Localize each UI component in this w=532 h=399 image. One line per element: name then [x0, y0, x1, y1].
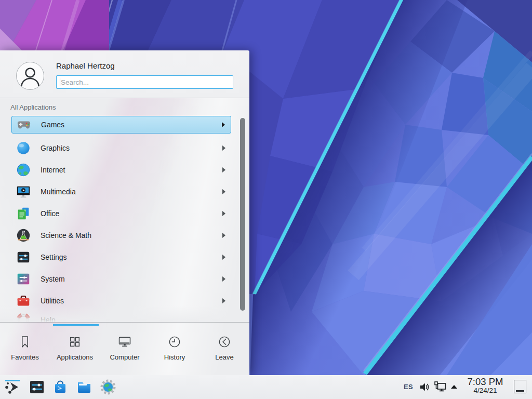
user-avatar	[16, 62, 44, 90]
clock-date: 4/24/21	[462, 387, 508, 395]
category-office[interactable]: Office	[11, 204, 231, 223]
discover-button[interactable]	[52, 379, 69, 395]
system-settings-icon	[29, 379, 45, 395]
show-desktop-button[interactable]	[514, 380, 526, 393]
category-help[interactable]: Help	[11, 311, 231, 322]
submenu-arrow-icon	[222, 255, 225, 260]
history-clock-icon	[167, 335, 182, 349]
tab-label: Computer	[110, 353, 139, 361]
search-input[interactable]	[57, 76, 233, 88]
tab-label: Applications	[57, 353, 93, 361]
category-multimedia[interactable]: Multimedia	[11, 182, 231, 201]
flask-icon	[16, 228, 31, 243]
taskbar: ES 7:03 PM 4/24/21	[0, 375, 532, 399]
tab-computer[interactable]: Computer	[100, 326, 150, 375]
section-label: All Applications	[10, 103, 56, 111]
tab-leave[interactable]: Leave	[200, 326, 249, 375]
system-settings-button[interactable]	[29, 379, 45, 395]
submenu-arrow-icon	[222, 276, 225, 282]
network-icon[interactable]	[434, 381, 447, 393]
category-system[interactable]: System	[11, 270, 231, 288]
tab-applications[interactable]: Applications	[50, 326, 100, 375]
category-internet[interactable]: Internet	[11, 161, 231, 179]
applications-grid-icon	[68, 335, 82, 349]
globe-gear-icon	[100, 379, 116, 395]
file-manager-button[interactable]	[76, 379, 92, 395]
category-graphics[interactable]: Graphics	[11, 139, 231, 157]
tab-history[interactable]: History	[150, 326, 200, 375]
category-label: System	[41, 275, 65, 283]
submenu-arrow-icon	[222, 189, 225, 194]
user-name: Raphael Hertzog	[56, 61, 115, 70]
web-browser-button[interactable]	[100, 379, 116, 395]
sphere-icon	[16, 140, 31, 156]
expand-tray-icon[interactable]	[450, 384, 458, 389]
clock-time: 7:03 PM	[462, 377, 508, 387]
tabbar-separator	[0, 322, 249, 323]
category-settings[interactable]: Settings	[11, 248, 231, 267]
tab-label: History	[164, 353, 185, 361]
active-task-indicator	[5, 380, 20, 381]
submenu-arrow-icon	[222, 298, 225, 303]
category-utilities[interactable]: Utilities	[11, 291, 231, 310]
category-list: Games Graphics	[0, 114, 249, 322]
system-icon	[16, 271, 31, 287]
category-label: Science & Math	[41, 231, 91, 240]
keyboard-layout-indicator[interactable]: ES	[404, 383, 413, 391]
tab-label: Favorites	[11, 353, 38, 361]
category-science-math[interactable]: Science & Math	[11, 226, 231, 245]
list-scrollbar[interactable]	[240, 118, 245, 311]
sliders-icon	[16, 249, 31, 265]
leave-icon	[217, 335, 232, 349]
application-launcher-button[interactable]	[4, 379, 21, 395]
category-label: Graphics	[41, 144, 70, 152]
digital-clock[interactable]: 7:03 PM 4/24/21	[462, 377, 508, 395]
globe-icon	[16, 162, 31, 178]
tab-favorites[interactable]: Favorites	[0, 326, 50, 375]
submenu-arrow-icon	[222, 167, 225, 172]
launcher-header: Raphael Hertzog	[0, 50, 249, 98]
application-launcher-menu: Raphael Hertzog All Applications Games	[0, 50, 249, 375]
toolbox-icon	[16, 293, 31, 309]
submenu-arrow-icon	[222, 122, 225, 127]
gamepad-icon	[16, 117, 32, 132]
discover-bag-icon	[52, 379, 69, 395]
search-box	[56, 75, 233, 89]
active-tab-indicator	[53, 324, 99, 326]
submenu-arrow-icon	[222, 145, 225, 151]
category-label: Utilities	[41, 297, 64, 305]
favorites-bookmark-icon	[18, 335, 32, 349]
submenu-arrow-icon	[222, 233, 225, 238]
category-label: Settings	[41, 253, 67, 261]
documents-icon	[16, 206, 31, 221]
category-label: Internet	[41, 166, 65, 174]
launcher-tabbar: Favorites Applications Computer	[0, 326, 249, 375]
person-icon	[17, 62, 44, 89]
computer-monitor-icon	[117, 335, 132, 349]
tab-label: Leave	[215, 353, 233, 361]
folder-icon	[76, 379, 92, 395]
category-label: Help	[41, 316, 56, 322]
category-label: Multimedia	[41, 188, 76, 196]
desktop: Raphael Hertzog All Applications Games	[0, 0, 532, 399]
category-games[interactable]: Games	[11, 116, 231, 134]
submenu-arrow-icon	[222, 211, 225, 216]
multimedia-icon	[16, 184, 31, 200]
lifebuoy-icon	[16, 312, 31, 322]
category-label: Games	[41, 121, 64, 129]
volume-icon[interactable]	[419, 381, 430, 393]
category-label: Office	[41, 209, 59, 218]
